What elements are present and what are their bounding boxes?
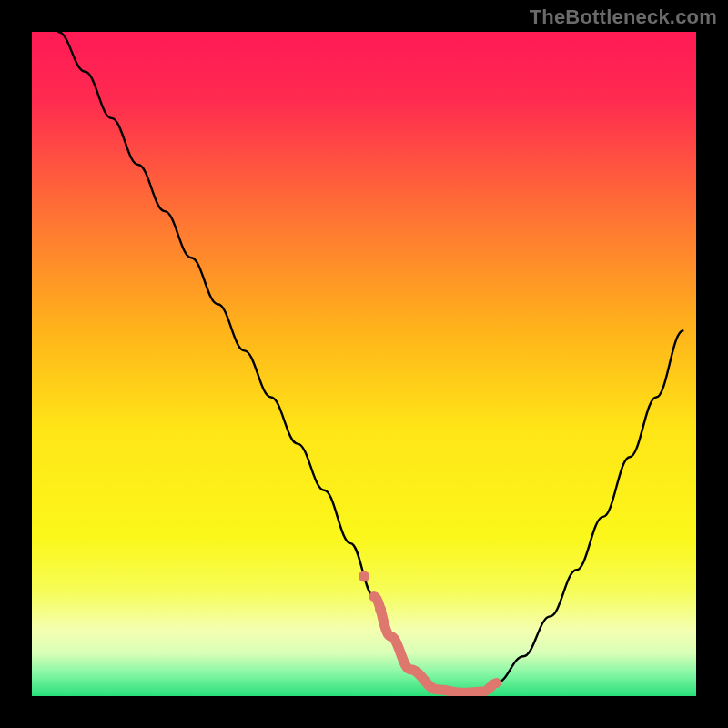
chart-frame: TheBottleneck.com (0, 0, 728, 728)
plot-area (32, 32, 696, 696)
curve-layer (32, 32, 696, 696)
watermark-label: TheBottleneck.com (530, 5, 717, 29)
highlight-segment-dot (359, 571, 369, 582)
highlight-segment-dot (375, 604, 386, 615)
highlight-segment (374, 597, 497, 693)
